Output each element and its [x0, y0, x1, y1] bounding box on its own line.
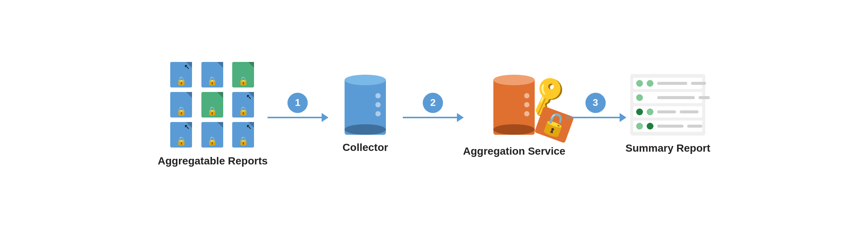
cursor-icon: ↖ — [246, 123, 252, 131]
lock-icon: 🔒 — [176, 136, 186, 146]
summary-row — [633, 106, 702, 118]
report-item: 🔒 — [199, 121, 226, 148]
report-item: ↖ 🔒 — [168, 61, 195, 88]
step-1-label: 1 — [295, 97, 300, 108]
cylinder-bottom — [493, 124, 535, 135]
lock-icon: 🔒 — [207, 106, 217, 116]
summary-bar — [680, 110, 699, 113]
summary-dot — [647, 108, 653, 115]
cylinder-dot — [524, 111, 529, 116]
file-icon-blue: 🔒 — [201, 62, 223, 87]
arrow-2-container: 2 — [403, 93, 463, 136]
summary-bar — [657, 125, 684, 128]
file-icon-green: 🔒 — [201, 92, 223, 118]
summary-graphic — [630, 74, 705, 136]
file-icon-blue: 🔒 — [201, 122, 223, 148]
file-icon-blue: ↖ 🔒 — [232, 92, 254, 118]
summary-bar — [691, 82, 706, 85]
cylinder-dots — [524, 93, 529, 116]
aggregatable-reports-label: Aggregatable Reports — [158, 154, 268, 168]
file-icon-blue: ↖ 🔒 — [232, 122, 254, 148]
report-item: ↖ 🔒 — [168, 121, 195, 148]
arrow-3-container: 3 — [566, 93, 626, 136]
aggregation-cylinder — [493, 75, 535, 135]
aggregation-wrapper: 🔑 🔓 — [473, 71, 555, 139]
lock-icon: 🔒 — [207, 76, 217, 86]
step-3-label: 3 — [593, 97, 598, 108]
cylinder-bottom — [345, 124, 386, 135]
summary-bar — [699, 96, 710, 99]
summary-row — [633, 121, 702, 132]
step-2-circle: 2 — [423, 93, 443, 113]
diagram: ↖ 🔒 🔒 🔒 🔒 � — [0, 54, 868, 175]
cylinder-top — [493, 75, 535, 85]
arrow-1-container: 1 — [268, 93, 328, 136]
aggregation-service-node: 🔑 🔓 Aggregation Service — [463, 71, 565, 158]
summary-dot — [647, 80, 653, 87]
collector-cylinder — [345, 75, 386, 135]
report-item: 🔒 — [199, 91, 226, 118]
summary-report-label: Summary Report — [626, 142, 711, 155]
summary-dot-empty — [647, 94, 653, 101]
report-item: ↖ 🔒 — [230, 91, 257, 118]
summary-dot — [647, 123, 653, 130]
lock-icon: 🔒 — [176, 76, 186, 86]
aggregatable-reports-node: ↖ 🔒 🔒 🔒 🔒 � — [158, 61, 268, 168]
report-item: 🔒 — [168, 91, 195, 118]
summary-report-node: Summary Report — [626, 74, 711, 155]
cylinder-dot — [375, 111, 381, 116]
summary-bar — [657, 96, 695, 99]
arrow-1-line — [268, 117, 328, 118]
collector-label: Collector — [343, 141, 388, 154]
cursor-icon: ↖ — [184, 63, 190, 71]
lock-icon: 🔒 — [176, 106, 186, 116]
cylinder-top — [345, 75, 386, 85]
arrow-3-line — [566, 117, 626, 118]
lock-icon: 🔒 — [238, 136, 248, 146]
step-1-circle: 1 — [287, 93, 308, 113]
report-item: 🔒 — [199, 61, 226, 88]
file-icon-green: 🔒 — [232, 62, 254, 87]
cylinder-dot — [524, 93, 529, 98]
summary-dot — [636, 94, 643, 101]
file-icon-blue: 🔒 — [170, 92, 192, 118]
lock-icon: 🔒 — [238, 76, 248, 86]
cylinder-dots — [375, 93, 381, 116]
arrow-2-line — [403, 117, 463, 118]
step-2-label: 2 — [430, 97, 436, 108]
lock-icon: 🔒 — [238, 106, 248, 116]
cursor-icon: ↖ — [184, 123, 190, 131]
summary-dot — [636, 123, 643, 130]
cylinder-dot — [524, 102, 529, 107]
step-3-circle: 3 — [585, 93, 606, 113]
collector-node: Collector — [328, 75, 403, 154]
cursor-icon: ↖ — [246, 93, 252, 101]
summary-bar — [657, 110, 676, 113]
cylinder-dot — [375, 93, 381, 98]
cylinder-dot — [375, 102, 381, 107]
summary-dot — [636, 80, 643, 87]
summary-row — [633, 78, 702, 89]
summary-dot — [636, 108, 643, 115]
reports-grid: ↖ 🔒 🔒 🔒 🔒 � — [168, 61, 258, 148]
summary-bar — [657, 82, 687, 85]
report-item: 🔒 — [230, 61, 257, 88]
report-item: ↖ 🔒 — [230, 121, 257, 148]
lock-icon: 🔒 — [207, 136, 217, 146]
file-icon-blue: ↖ 🔒 — [170, 122, 192, 148]
aggregation-service-label: Aggregation Service — [463, 145, 565, 158]
file-icon-blue: ↖ 🔒 — [170, 62, 192, 87]
summary-bar — [687, 125, 702, 128]
summary-row — [633, 92, 702, 103]
